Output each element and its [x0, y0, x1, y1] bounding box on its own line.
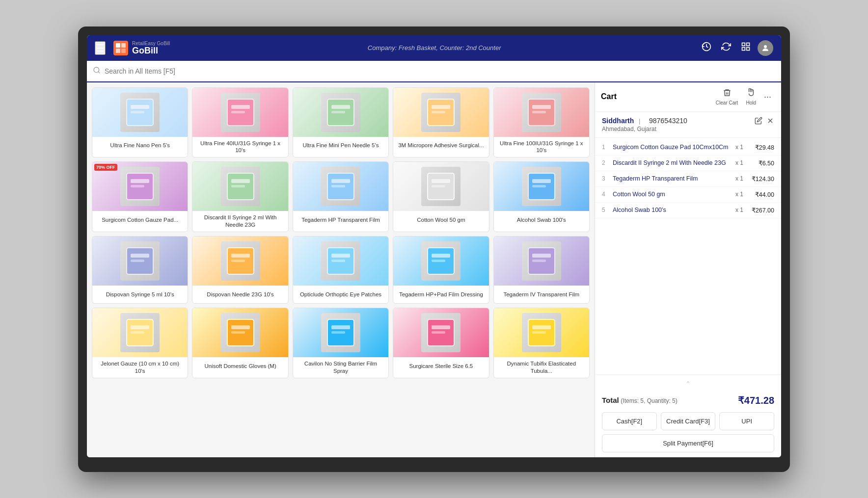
product-card[interactable]: Dispovan Needle 23G 10's [192, 236, 288, 304]
svg-rect-55 [532, 260, 546, 262]
product-image [192, 308, 288, 357]
product-card[interactable]: Dynamic Tubifix Elasticated Tubula... [493, 308, 590, 378]
cart-title: Cart [601, 92, 712, 101]
product-image [293, 308, 388, 357]
search-icon [93, 66, 101, 76]
product-card[interactable]: Jelonet Gauze (10 cm x 10 cm) 10's [92, 308, 188, 378]
product-image [494, 308, 589, 357]
screen: ☰ RetailEasy GoBill GoBill Company: Fres… [87, 35, 781, 457]
product-image [92, 236, 188, 286]
user-avatar[interactable] [758, 40, 773, 56]
product-name: Tegaderm HP+Pad Film Dressing [393, 286, 488, 303]
product-image [92, 88, 188, 137]
cart-item-price: ₹6.50 [747, 159, 774, 167]
cart-item-name[interactable]: Cotton Wool 50 gm [613, 191, 732, 198]
edit-customer-button[interactable] [755, 117, 762, 127]
product-image [494, 162, 589, 211]
product-image [393, 162, 488, 211]
product-card[interactable]: Alcohol Swab 100's [493, 161, 590, 232]
product-card[interactable]: Cotton Wool 50 gm [393, 161, 489, 232]
svg-rect-63 [331, 325, 350, 329]
product-name: Tegaderm IV Transparent Film [494, 286, 589, 303]
cart-item-number: 2 [602, 159, 610, 166]
cart-item-name[interactable]: Tegaderm HP Transparent Film [613, 175, 732, 182]
product-name: Tegaderm HP Transparent Film [293, 211, 388, 229]
cart-item-number: 4 [602, 191, 610, 198]
hold-icon [747, 88, 756, 99]
product-img-placeholder [421, 167, 461, 206]
svg-rect-24 [532, 105, 551, 109]
product-name: Cotton Wool 50 gm [393, 211, 488, 229]
product-card[interactable]: 70% OFFSurgicom Cotton Gauze Pad... [92, 161, 188, 232]
pay-credit-button[interactable]: Credit Card[F3] [661, 412, 716, 430]
product-card[interactable]: Tegaderm IV Transparent Film [493, 236, 590, 304]
product-image [192, 88, 288, 137]
svg-rect-15 [231, 105, 250, 109]
product-image [393, 88, 488, 137]
cart-item-name[interactable]: Surgicom Cotton Gauze Pad 10Cmx10Cm [613, 144, 732, 151]
cart-footer: ˄ Total (Items: 5, Quantity: 5) ₹471.28 … [595, 374, 781, 457]
history-icon-btn[interactable] [699, 39, 714, 57]
product-img-placeholder [221, 313, 260, 352]
product-card[interactable]: Unisoft Domestic Gloves (M) [192, 308, 288, 378]
product-name: Opticlude Orthoptic Eye Patches [293, 286, 388, 303]
search-input[interactable] [105, 67, 775, 75]
product-img-placeholder [522, 241, 561, 281]
product-card[interactable]: Tegaderm HP+Pad Film Dressing [393, 236, 489, 304]
svg-rect-18 [331, 105, 350, 109]
cart-more-button[interactable]: ··· [760, 90, 775, 104]
product-card[interactable]: Ultra Fine 40IU/31G Syringe 1 x 10's [192, 87, 288, 158]
close-customer-button[interactable] [766, 117, 774, 127]
cart-item: 1 Surgicom Cotton Gauze Pad 10Cmx10Cm x … [595, 140, 781, 156]
product-image [92, 308, 188, 357]
cart-item-qty: x 1 [735, 191, 743, 198]
svg-rect-36 [432, 179, 450, 183]
refresh-icon-btn[interactable] [718, 39, 734, 57]
svg-rect-61 [231, 331, 245, 334]
product-card[interactable]: Ultra Fine Mini Pen Needle 5's [293, 87, 389, 158]
product-image [293, 88, 388, 137]
product-card[interactable]: Dispovan Syringe 5 ml 10's [92, 236, 188, 304]
svg-rect-12 [131, 105, 149, 109]
hold-button[interactable]: Hold [742, 86, 760, 107]
svg-point-10 [94, 67, 99, 73]
product-name: Surgicom Cotton Gauze Pad... [92, 211, 188, 229]
product-img-placeholder [221, 241, 260, 281]
cart-item-qty: x 1 [735, 175, 743, 182]
svg-rect-69 [532, 325, 551, 329]
product-card[interactable]: Ultra Fine 100IU/31G Syringe 1 x 10's [493, 87, 590, 158]
svg-rect-51 [432, 254, 450, 258]
total-label: Total [602, 396, 619, 404]
product-card[interactable]: Discardit II Syringe 2 ml With Needle 23… [192, 161, 288, 232]
product-card[interactable]: Ultra Fine Nano Pen 5's [92, 87, 188, 158]
product-img-placeholder [221, 167, 260, 206]
company-info: Company: Fresh Basket, Counter: 2nd Coun… [170, 44, 699, 52]
clear-cart-button[interactable]: Clear Cart [712, 86, 742, 107]
split-payment-button[interactable]: Split Payment[F6] [602, 434, 774, 452]
cart-item-qty: x 1 [735, 144, 743, 151]
product-card[interactable]: Cavilon No Sting Barrier Film Spray [293, 308, 389, 378]
product-card[interactable]: Surgicare Sterile Size 6.5 [393, 308, 489, 378]
product-card[interactable]: Tegaderm HP Transparent Film [293, 161, 389, 232]
menu-icon[interactable]: ☰ [95, 41, 106, 55]
customer-name-row: Siddharth | 9876543210 [602, 117, 687, 125]
product-grid: Ultra Fine Nano Pen 5'sUltra Fine 40IU/3… [92, 87, 590, 379]
cart-item-name[interactable]: Discardit II Syringe 2 ml With Needle 23… [613, 159, 732, 166]
svg-rect-8 [742, 48, 745, 51]
cart-header: Cart Clear Cart Hold ··· [595, 82, 781, 112]
cart-item-number: 5 [602, 207, 610, 213]
cart-item-name[interactable]: Alcohol Swab 100's [613, 207, 732, 213]
product-name: Ultra Fine Nano Pen 5's [92, 137, 188, 155]
product-card[interactable]: 3M Micropore Adhesive Surgical... [393, 87, 489, 158]
svg-rect-22 [432, 111, 445, 113]
product-name: Surgicare Sterile Size 6.5 [393, 357, 488, 375]
pay-upi-button[interactable]: UPI [719, 412, 774, 430]
product-card[interactable]: Opticlude Orthoptic Eye Patches [293, 236, 389, 304]
pay-cash-button[interactable]: Cash[F2] [602, 412, 657, 430]
product-name: 3M Micropore Adhesive Surgical... [393, 137, 488, 155]
clear-cart-label: Clear Cart [716, 100, 738, 105]
svg-rect-33 [331, 179, 350, 183]
cart-item-number: 1 [602, 144, 610, 151]
cart-items: 1 Surgicom Cotton Gauze Pad 10Cmx10Cm x … [595, 138, 781, 374]
layout-icon-btn[interactable] [738, 39, 754, 57]
